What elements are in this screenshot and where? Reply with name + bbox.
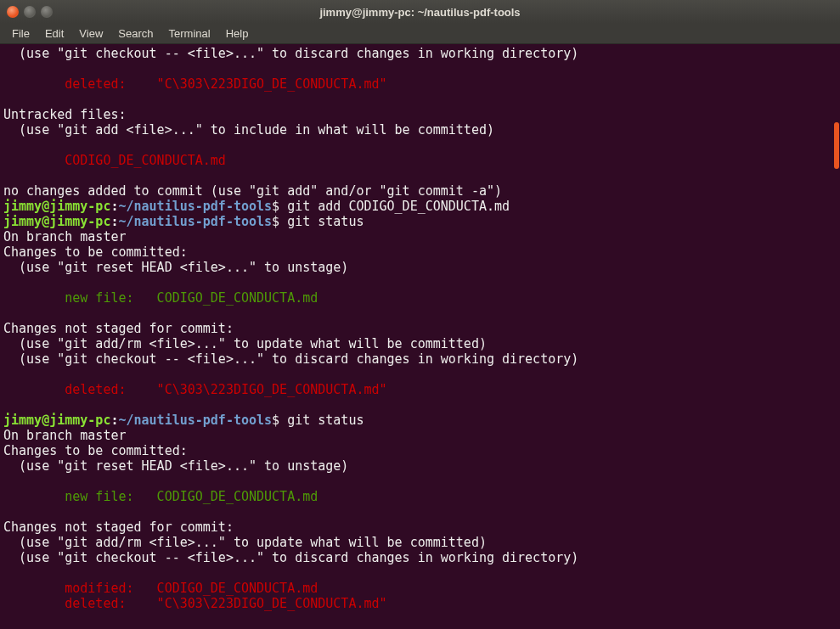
output-line: new file: CODIGO_DE_CONDUCTA.md bbox=[3, 290, 318, 306]
output-line: (use "git add/rm <file>..." to update wh… bbox=[3, 535, 487, 550]
prompt-path: ~/nautilus-pdf-tools bbox=[118, 413, 272, 428]
terminal-output[interactable]: (use "git checkout -- <file>..." to disc… bbox=[0, 44, 840, 629]
menu-edit[interactable]: Edit bbox=[38, 25, 70, 42]
output-line: Changes to be committed: bbox=[3, 443, 188, 458]
prompt-userhost: jimmy@jimmy-pc bbox=[3, 413, 110, 428]
output-line: (use "git add/rm <file>..." to update wh… bbox=[3, 336, 487, 351]
prompt-dollar: $ bbox=[272, 199, 279, 214]
output-line: (use "git checkout -- <file>..." to disc… bbox=[3, 351, 578, 367]
output-line: deleted: "C\303\223DIGO_DE_CONDUCTA.md" bbox=[3, 596, 387, 611]
menu-search[interactable]: Search bbox=[111, 25, 160, 42]
prompt-userhost: jimmy@jimmy-pc bbox=[3, 199, 110, 214]
menubar: File Edit View Search Terminal Help bbox=[0, 24, 840, 44]
output-line: deleted: "C\303\223DIGO_DE_CONDUCTA.md" bbox=[3, 76, 387, 92]
output-line: Untracked files: bbox=[3, 107, 127, 122]
output-line: (use "git add <file>..." to include in w… bbox=[3, 122, 494, 138]
output-line: CODIGO_DE_CONDUCTA.md bbox=[3, 153, 226, 168]
menu-file[interactable]: File bbox=[5, 25, 37, 42]
output-line: deleted: "C\303\223DIGO_DE_CONDUCTA.md" bbox=[3, 382, 387, 397]
command-text: git add CODIGO_DE_CONDUCTA.md bbox=[279, 199, 510, 214]
menu-terminal[interactable]: Terminal bbox=[162, 25, 217, 42]
output-line: Changes to be committed: bbox=[3, 244, 188, 260]
prompt-path: ~/nautilus-pdf-tools bbox=[118, 199, 272, 214]
scrollbar-track[interactable] bbox=[833, 44, 840, 629]
prompt-userhost: jimmy@jimmy-pc bbox=[3, 214, 110, 229]
output-line: (use "git reset HEAD <file>..." to unsta… bbox=[3, 260, 348, 275]
menu-view[interactable]: View bbox=[72, 25, 110, 42]
command-text: git status bbox=[279, 413, 364, 428]
output-line: no changes added to commit (use "git add… bbox=[3, 183, 502, 199]
scrollbar-thumb[interactable] bbox=[834, 122, 839, 169]
window-titlebar: jimmy@jimmy-pc: ~/nautilus-pdf-tools bbox=[0, 0, 840, 24]
prompt-dollar: $ bbox=[272, 413, 279, 428]
output-line: Changes not staged for commit: bbox=[3, 321, 234, 336]
output-line: (use "git checkout -- <file>..." to disc… bbox=[3, 46, 578, 61]
prompt-path: ~/nautilus-pdf-tools bbox=[118, 214, 272, 229]
minimize-icon[interactable] bbox=[24, 6, 36, 18]
output-line: (use "git reset HEAD <file>..." to unsta… bbox=[3, 458, 348, 474]
menu-help[interactable]: Help bbox=[219, 25, 256, 42]
close-icon[interactable] bbox=[7, 6, 19, 18]
maximize-icon[interactable] bbox=[41, 6, 53, 18]
output-line: new file: CODIGO_DE_CONDUCTA.md bbox=[3, 489, 318, 504]
output-line: Changes not staged for commit: bbox=[3, 519, 234, 535]
output-line: On branch master bbox=[3, 229, 127, 244]
command-text: git status bbox=[279, 214, 364, 229]
output-line: (use "git checkout -- <file>..." to disc… bbox=[3, 550, 578, 565]
output-line: modified: CODIGO_DE_CONDUCTA.md bbox=[3, 581, 318, 596]
output-line: On branch master bbox=[3, 428, 127, 443]
prompt-dollar: $ bbox=[272, 214, 279, 229]
window-controls bbox=[7, 6, 53, 18]
window-title: jimmy@jimmy-pc: ~/nautilus-pdf-tools bbox=[319, 6, 520, 19]
